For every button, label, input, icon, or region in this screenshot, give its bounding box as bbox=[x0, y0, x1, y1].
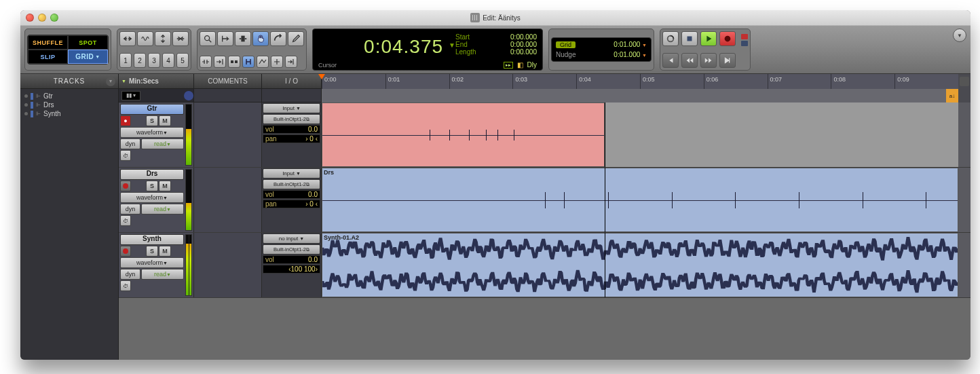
input-selector[interactable]: Input ▼ bbox=[263, 103, 320, 113]
dly-icon[interactable]: ◧ bbox=[517, 61, 523, 69]
automation-mode-button[interactable]: read ▼ bbox=[141, 269, 184, 280]
spot-mode[interactable]: SPOT bbox=[68, 35, 108, 50]
grid-value[interactable]: 0:01.000 ▼ bbox=[614, 41, 647, 48]
stop-button[interactable] bbox=[681, 31, 698, 46]
tab-to-transient-button[interactable] bbox=[214, 56, 226, 68]
elastic-audio-button[interactable]: dyn bbox=[120, 204, 140, 214]
track-list-item[interactable]: ⊩Drs bbox=[22, 100, 117, 109]
playhead-line[interactable] bbox=[605, 102, 605, 167]
track-scroll-zone[interactable] bbox=[958, 102, 970, 167]
record-enable-button[interactable]: ● bbox=[120, 115, 131, 126]
selector-tool[interactable] bbox=[235, 31, 251, 46]
zoom-out-horiz-button[interactable] bbox=[119, 31, 136, 46]
track-scroll-zone[interactable] bbox=[958, 233, 970, 297]
track-comments[interactable] bbox=[193, 102, 261, 167]
output-selector[interactable]: Built-inOtpt1-2 ⧉ bbox=[263, 114, 320, 124]
online-button[interactable] bbox=[662, 31, 679, 46]
mute-button[interactable]: M bbox=[159, 181, 171, 191]
shuffle-mode[interactable]: SHUFFLE bbox=[28, 35, 68, 50]
track-timeline[interactable]: Synth-01.A2 bbox=[321, 233, 958, 297]
track-timeline[interactable] bbox=[321, 102, 958, 167]
automation-mode-button[interactable]: read ▼ bbox=[141, 138, 184, 149]
grid-label[interactable]: Grid bbox=[556, 41, 576, 48]
input-selector[interactable]: Input ▼ bbox=[263, 168, 320, 179]
elastic-audio-button[interactable]: dyn bbox=[120, 269, 140, 280]
track-comments[interactable] bbox=[193, 168, 261, 232]
track-timebase-button[interactable]: ⏱ bbox=[120, 215, 131, 226]
insertion-follows-button[interactable] bbox=[271, 56, 283, 68]
end-value[interactable]: 0:00.000 bbox=[510, 41, 537, 48]
timeline-selection-icon[interactable]: ▸▸ bbox=[504, 62, 513, 69]
minsecs-ruler-label[interactable]: Min:Secs bbox=[129, 77, 159, 85]
ruler-expand-icon[interactable]: ▼ bbox=[121, 79, 126, 83]
scrubber-tool[interactable] bbox=[270, 31, 286, 46]
pan-display[interactable]: pan› 0 ‹ bbox=[263, 134, 320, 143]
volume-display[interactable]: vol0.0 bbox=[263, 255, 320, 264]
main-time-display[interactable]: 0:04.375 bbox=[318, 32, 449, 67]
marker-button[interactable]: a↓ bbox=[946, 89, 958, 102]
track-height-selector[interactable]: ▮▮ ▾ bbox=[121, 91, 140, 100]
track-options-button[interactable] bbox=[184, 91, 193, 100]
solo-button[interactable]: S bbox=[146, 115, 158, 126]
track-name[interactable]: Gtr bbox=[120, 104, 184, 115]
record-enable-button[interactable] bbox=[120, 181, 131, 191]
tracks-menu-button[interactable]: ▾ bbox=[106, 77, 115, 86]
zoom-preset-2[interactable]: 2 bbox=[134, 53, 146, 68]
zoom-preset-3[interactable]: 3 bbox=[148, 53, 160, 68]
zoomer-tool[interactable] bbox=[200, 31, 216, 46]
play-button[interactable] bbox=[700, 31, 717, 46]
length-value[interactable]: 0:00.000 bbox=[510, 48, 537, 56]
link-timeline-button[interactable] bbox=[200, 56, 212, 68]
goto-end-button[interactable] bbox=[719, 53, 736, 68]
mirrored-midi-button[interactable] bbox=[228, 56, 240, 68]
audio-clip[interactable]: Drs bbox=[322, 168, 958, 232]
record-enable-button[interactable] bbox=[120, 246, 131, 257]
zoom-in-horiz-button[interactable] bbox=[172, 31, 189, 46]
expand-toolbar-button[interactable]: ▼ bbox=[953, 29, 966, 42]
output-selector[interactable]: Built-inOtpt1-2 ⧉ bbox=[263, 244, 320, 255]
output-selector[interactable]: Built-inOtpt1-2 ⧉ bbox=[263, 179, 320, 189]
zoom-vert-button[interactable] bbox=[155, 31, 171, 46]
zoom-preset-5[interactable]: 5 bbox=[176, 53, 189, 68]
track-view-selector[interactable]: waveform ▼ bbox=[120, 127, 184, 138]
grabber-tool[interactable] bbox=[252, 31, 269, 46]
pan-display[interactable]: ‹100 100› bbox=[263, 265, 320, 274]
playhead-line[interactable] bbox=[605, 233, 605, 297]
track-list-item[interactable]: ⊩Gtr bbox=[22, 92, 117, 100]
slip-mode[interactable]: SLIP bbox=[28, 50, 68, 64]
pencil-tool[interactable] bbox=[288, 31, 304, 46]
grid-mode[interactable]: GRID▼ bbox=[68, 50, 108, 64]
volume-display[interactable]: vol0.0 bbox=[263, 190, 320, 199]
time-ruler[interactable]: 0:000:010:020:030:040:050:060:070:080:09 bbox=[321, 74, 958, 89]
solo-button[interactable]: S bbox=[146, 181, 158, 191]
layered-editing-button[interactable] bbox=[285, 56, 297, 68]
volume-display[interactable]: vol0.0 bbox=[263, 125, 320, 134]
ruler-options-button[interactable] bbox=[960, 77, 969, 86]
mute-button[interactable]: M bbox=[159, 246, 171, 257]
rewind-button[interactable] bbox=[681, 53, 698, 68]
zoom-preset-4[interactable]: 4 bbox=[162, 53, 174, 68]
track-timebase-button[interactable]: ⏱ bbox=[120, 150, 131, 161]
input-selector[interactable]: no input ▼ bbox=[263, 233, 320, 244]
trim-tool[interactable] bbox=[217, 31, 233, 46]
start-value[interactable]: 0:00.000 bbox=[510, 33, 537, 41]
track-timeline[interactable]: Drs bbox=[321, 168, 958, 232]
track-timebase-button[interactable]: ⏱ bbox=[120, 280, 131, 291]
audio-clip[interactable] bbox=[322, 102, 605, 167]
waveform-zoom-button[interactable] bbox=[137, 31, 153, 46]
audio-clip[interactable]: Synth-01.A2 bbox=[322, 233, 958, 297]
track-comments[interactable] bbox=[193, 233, 261, 297]
solo-button[interactable]: S bbox=[146, 246, 158, 257]
track-scroll-zone[interactable] bbox=[958, 168, 970, 232]
track-view-selector[interactable]: waveform ▼ bbox=[120, 192, 184, 203]
playhead-marker[interactable] bbox=[318, 74, 325, 79]
forward-button[interactable] bbox=[700, 53, 717, 68]
record-button[interactable] bbox=[719, 31, 736, 46]
track-list-item[interactable]: ⊩Synth bbox=[22, 109, 117, 118]
track-view-selector[interactable]: waveform ▼ bbox=[120, 257, 184, 268]
automation-follows-button[interactable] bbox=[257, 56, 269, 68]
track-name[interactable]: Drs bbox=[120, 169, 184, 180]
track-name[interactable]: Synth bbox=[120, 234, 184, 245]
nudge-value[interactable]: 0:01.000 ▼ bbox=[614, 51, 647, 58]
rtz-button[interactable] bbox=[662, 53, 679, 68]
